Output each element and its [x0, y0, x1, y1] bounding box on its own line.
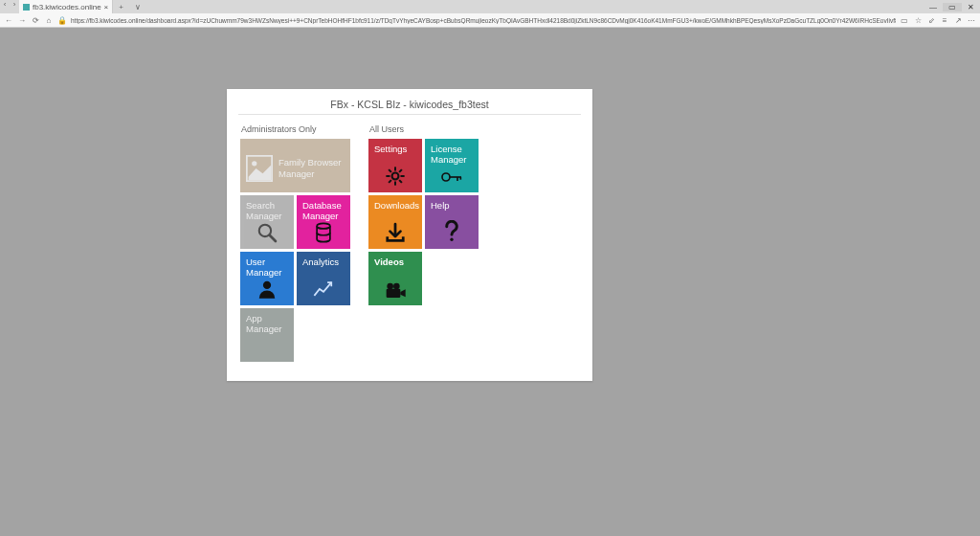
back-button[interactable]: ←: [4, 16, 13, 25]
tile-label: Family Browser Manager: [278, 157, 346, 179]
magnifier-icon: [240, 222, 294, 243]
page-title: FBx - KCSL BIz - kiwicodes_fb3test: [227, 99, 592, 110]
svg-line-3: [270, 235, 276, 241]
tile-label: Settings: [374, 144, 418, 154]
hub-icon[interactable]: ≡: [940, 16, 949, 25]
tile-label: App Manager: [246, 313, 290, 335]
close-button[interactable]: ✕: [962, 3, 980, 11]
svg-line-14: [399, 169, 402, 172]
tile-family-browser-manager[interactable]: Family Browser Manager: [240, 139, 350, 192]
gear-icon: [368, 166, 422, 187]
browser-tab[interactable]: fb3.kiwicodes.online ×: [19, 0, 113, 13]
svg-point-5: [263, 281, 271, 289]
tab-next[interactable]: ›: [10, 0, 19, 13]
tab-title: fb3.kiwicodes.online: [33, 3, 101, 11]
tile-downloads[interactable]: Downloads: [368, 195, 422, 249]
svg-point-19: [450, 238, 453, 241]
analytics-icon: [297, 279, 350, 300]
address-bar: ← → ⟳ ⌂ 🔒 https://fb3.kiwicodes.online/d…: [0, 13, 980, 27]
admin-heading: Administrators Only: [241, 124, 355, 134]
tile-label: License Manager: [431, 144, 475, 166]
svg-point-21: [393, 283, 400, 290]
svg-point-4: [317, 223, 330, 229]
dashboard-panel: FBx - KCSL BIz - kiwicodes_fb3test Admin…: [227, 89, 592, 381]
tile-analytics[interactable]: Analytics: [297, 252, 350, 305]
tab-close-icon[interactable]: ×: [104, 3, 109, 11]
database-icon: [297, 222, 350, 243]
tile-search-manager[interactable]: Search Manager: [240, 195, 294, 249]
maximize-button[interactable]: ▭: [943, 3, 962, 11]
tile-label: Help: [431, 200, 475, 211]
new-tab-button[interactable]: +: [113, 0, 129, 13]
forward-button[interactable]: →: [17, 16, 27, 25]
browser-chrome: ‹ › fb3.kiwicodes.online × + ∨ — ▭ ✕ ← →…: [0, 0, 980, 28]
tile-database-manager[interactable]: Database Manager: [297, 195, 350, 249]
svg-point-1: [252, 161, 256, 166]
tile-user-manager[interactable]: User Manager: [240, 252, 294, 305]
minimize-button[interactable]: —: [924, 3, 943, 11]
tab-strip: ‹ › fb3.kiwicodes.online × + ∨ — ▭ ✕: [0, 0, 980, 13]
users-column: All Users Settings License Manager Downl…: [368, 124, 483, 362]
tile-label: Videos: [374, 257, 418, 267]
favorites-icon[interactable]: ⇙: [926, 16, 936, 25]
lock-icon: 🔒: [57, 16, 67, 25]
url-field[interactable]: https://fb3.kiwicodes.online/dashboard.a…: [71, 17, 896, 24]
svg-rect-22: [387, 289, 401, 298]
admin-column: Administrators Only Family Browser Manag…: [240, 124, 355, 362]
more-icon[interactable]: ⋯: [967, 16, 976, 25]
tile-label: Downloads: [374, 200, 418, 211]
reader-icon[interactable]: ▭: [900, 16, 909, 25]
key-icon: [425, 168, 479, 187]
picture-icon: [246, 155, 273, 182]
tab-menu[interactable]: ∨: [129, 0, 146, 13]
question-icon: [425, 220, 479, 243]
video-camera-icon: [368, 280, 422, 300]
star-icon[interactable]: ☆: [913, 16, 923, 25]
share-icon[interactable]: ↗: [953, 16, 963, 25]
tile-videos[interactable]: Videos: [368, 252, 422, 305]
tile-label: Database Manager: [302, 200, 346, 222]
svg-point-6: [392, 173, 399, 180]
svg-line-12: [399, 180, 402, 183]
tile-settings[interactable]: Settings: [368, 139, 422, 192]
person-icon: [240, 279, 294, 300]
home-button[interactable]: ⌂: [44, 16, 54, 25]
tile-app-manager[interactable]: App Manager: [240, 308, 294, 362]
tile-label: Search Manager: [246, 200, 290, 222]
download-icon: [368, 222, 422, 243]
refresh-button[interactable]: ⟳: [31, 16, 40, 25]
divider: [238, 114, 581, 115]
tile-license-manager[interactable]: License Manager: [425, 139, 479, 192]
users-heading: All Users: [369, 124, 483, 134]
svg-point-20: [387, 283, 393, 290]
svg-point-15: [442, 173, 450, 181]
tile-label: User Manager: [246, 257, 290, 279]
favicon-icon: [23, 4, 30, 11]
svg-line-11: [389, 169, 391, 172]
svg-line-13: [389, 180, 391, 183]
tab-prev[interactable]: ‹: [0, 0, 10, 13]
tile-help[interactable]: Help: [425, 195, 479, 249]
tile-label: Analytics: [302, 257, 346, 267]
